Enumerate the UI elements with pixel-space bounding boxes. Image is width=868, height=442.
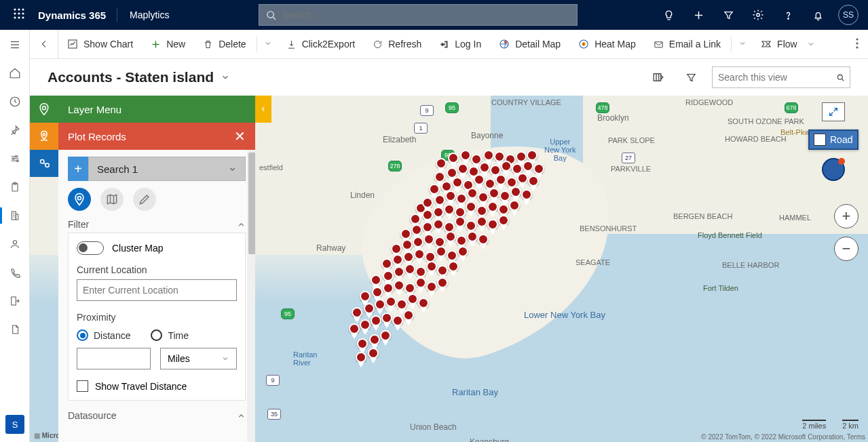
view-search-input[interactable] xyxy=(718,72,837,83)
map-canvas[interactable]: COUNTRY VILLAGE RIDGEWOOD Brooklyn PARK … xyxy=(30,96,868,442)
login-button[interactable]: Log In xyxy=(430,30,490,58)
lightbulb-icon[interactable] xyxy=(654,0,683,30)
show-chart-label: Show Chart xyxy=(83,39,133,49)
add-search-button[interactable]: + xyxy=(68,157,88,181)
view-title-text: Accounts - Staten island xyxy=(48,69,214,85)
user-avatar[interactable]: SS xyxy=(838,5,858,25)
rail-pin-icon[interactable] xyxy=(5,121,24,140)
panel-tab-layer[interactable] xyxy=(30,96,58,123)
proximity-radio-distance[interactable]: Distance xyxy=(77,329,130,341)
notifications-icon[interactable] xyxy=(803,0,833,30)
svg-point-42 xyxy=(856,46,858,48)
svg-point-13 xyxy=(757,14,760,17)
svg-point-46 xyxy=(837,75,842,79)
delete-label: Delete xyxy=(219,39,246,49)
cluster-map-toggle[interactable] xyxy=(77,241,104,255)
chevron-down-icon xyxy=(221,355,229,363)
locate-globe-icon[interactable] xyxy=(822,158,845,181)
back-button[interactable] xyxy=(30,30,58,58)
zoom-in-button[interactable]: + xyxy=(834,204,858,228)
rail-contact-icon[interactable] xyxy=(5,235,24,254)
chevron-down-icon xyxy=(221,73,230,82)
map-scale: 2 miles2 km xyxy=(802,420,858,430)
rail-recent-icon[interactable] xyxy=(5,92,24,111)
refresh-button[interactable]: Refresh xyxy=(364,30,430,58)
proximity-unit-select[interactable]: Miles xyxy=(160,348,237,369)
flow-button[interactable]: Flow xyxy=(752,30,824,58)
email-link-button[interactable]: Email a Link xyxy=(645,30,730,58)
datasource-section-header[interactable]: Datasource xyxy=(68,410,246,421)
app-launcher[interactable] xyxy=(4,8,34,22)
expand-map-icon[interactable] xyxy=(822,102,845,121)
close-panel-icon[interactable]: ✕ xyxy=(234,128,246,144)
proximity-radio-time[interactable]: Time xyxy=(151,329,189,341)
svg-point-3 xyxy=(14,12,16,14)
svg-point-35 xyxy=(504,41,507,43)
svg-rect-39 xyxy=(655,41,662,47)
panel-tab-plot[interactable] xyxy=(30,123,58,150)
current-location-label: Current Location xyxy=(77,264,237,275)
overflow-button[interactable] xyxy=(846,38,868,51)
mode-region-icon[interactable] xyxy=(100,188,124,211)
rail-phone-icon[interactable] xyxy=(5,263,24,282)
mode-location-icon[interactable] xyxy=(68,188,91,211)
email-link-label: Email a Link xyxy=(669,39,721,49)
flow-label: Flow xyxy=(777,39,797,49)
svg-point-52 xyxy=(78,197,81,200)
email-split-chevron-icon[interactable] xyxy=(733,39,752,49)
filter-icon[interactable] xyxy=(713,0,743,30)
svg-point-2 xyxy=(22,8,24,10)
plot-records-header: Plot Records ✕ xyxy=(58,123,255,150)
svg-point-0 xyxy=(14,8,16,10)
current-location-input[interactable] xyxy=(77,279,237,301)
search-icon xyxy=(266,10,276,20)
delete-split-chevron-icon[interactable] xyxy=(259,39,278,49)
delete-button[interactable]: Delete xyxy=(194,30,254,58)
svg-point-51 xyxy=(45,163,50,167)
search-dropdown[interactable]: Search 1 xyxy=(88,157,246,181)
edit-columns-icon[interactable] xyxy=(647,66,670,89)
panel-tab-poi[interactable] xyxy=(30,150,58,177)
rail-home-icon[interactable] xyxy=(5,64,24,83)
show-chart-button[interactable]: Show Chart xyxy=(58,30,142,58)
rail-area-badge[interactable]: S xyxy=(5,415,24,434)
view-search[interactable] xyxy=(712,66,850,88)
add-icon[interactable] xyxy=(683,0,713,30)
funnel-icon[interactable] xyxy=(679,66,702,89)
rail-building-icon[interactable] xyxy=(5,206,24,225)
global-search[interactable] xyxy=(259,4,578,26)
proximity-value-input[interactable] xyxy=(77,348,151,369)
click2export-label: Click2Export xyxy=(302,39,356,49)
layer-menu-header: Layer Menu xyxy=(58,96,255,123)
svg-point-14 xyxy=(787,18,788,18)
heat-map-button[interactable]: Heat Map xyxy=(569,30,645,58)
view-selector[interactable]: Accounts - Staten island xyxy=(48,69,230,85)
detail-map-button[interactable]: Detail Map xyxy=(490,30,569,58)
brand-name[interactable]: Dynamics 365 xyxy=(34,9,117,21)
svg-point-7 xyxy=(18,16,20,18)
new-button[interactable]: New xyxy=(142,30,194,58)
login-label: Log In xyxy=(455,39,481,49)
global-search-input[interactable] xyxy=(282,9,570,20)
filter-section-header[interactable]: Filter xyxy=(68,219,246,230)
settings-icon[interactable] xyxy=(743,0,773,30)
mode-drawing-icon[interactable] xyxy=(133,188,156,211)
rail-document-icon[interactable] xyxy=(5,320,24,339)
show-travel-distance-checkbox[interactable] xyxy=(77,380,88,392)
app-name[interactable]: Maplytics xyxy=(117,9,181,20)
rail-clipboard-icon[interactable] xyxy=(5,178,24,197)
map-style-road[interactable]: Road xyxy=(808,129,858,150)
panel-collapse-button[interactable] xyxy=(255,96,271,123)
search-icon xyxy=(837,73,844,83)
rail-sliders-icon[interactable] xyxy=(5,149,24,168)
svg-point-41 xyxy=(856,42,858,44)
svg-point-9 xyxy=(267,11,273,17)
left-nav-rail: S xyxy=(0,30,30,442)
click2export-button[interactable]: Click2Export xyxy=(278,30,364,58)
svg-point-38 xyxy=(583,43,585,45)
rail-hamburger[interactable] xyxy=(5,35,24,54)
help-icon[interactable] xyxy=(773,0,803,30)
panel-scrollbar[interactable] xyxy=(247,150,255,442)
rail-exit-icon[interactable] xyxy=(5,292,24,310)
zoom-out-button[interactable]: − xyxy=(834,237,858,261)
